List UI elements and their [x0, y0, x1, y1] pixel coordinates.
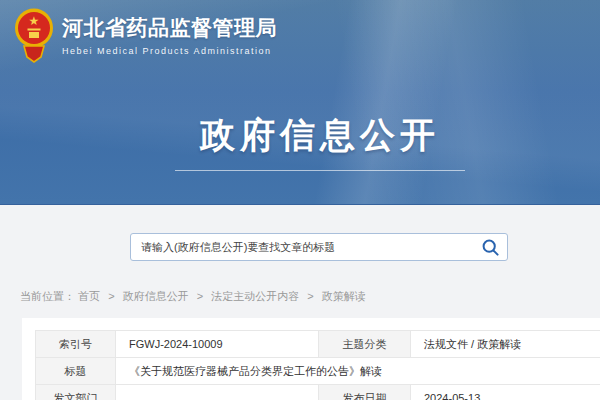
- field-label-index-number: 索引号: [36, 331, 116, 358]
- logo-text: 河北省药品监督管理局 Hebei Medical Products Admini…: [62, 14, 277, 56]
- table-row: 索引号 FGWJ-2024-10009 主题分类 法规文件 / 政策解读: [36, 331, 600, 358]
- field-value-topic-category: 法规文件 / 政策解读: [411, 331, 600, 358]
- table-row: 发文部门 发布日期 2024-05-13: [36, 385, 600, 400]
- breadcrumb-separator: >: [197, 290, 203, 302]
- svg-text:★: ★: [29, 14, 40, 28]
- field-value-publish-date: 2024-05-13: [411, 385, 600, 400]
- breadcrumb-link-policy-interpretation[interactable]: 政策解读: [322, 290, 366, 302]
- search-icon: [482, 239, 499, 256]
- org-name-chinese: 河北省药品监督管理局: [62, 14, 277, 42]
- breadcrumb-link-gov-info[interactable]: 政府信息公开: [123, 290, 189, 302]
- search-input[interactable]: [131, 234, 473, 260]
- breadcrumb-link-proactive-disclosure[interactable]: 法定主动公开内容: [211, 290, 299, 302]
- page-body: 当前位置： 首页 > 政府信息公开 > 法定主动公开内容 > 政策解读 索引号 …: [0, 205, 600, 400]
- breadcrumb: 当前位置： 首页 > 政府信息公开 > 法定主动公开内容 > 政策解读: [20, 289, 366, 304]
- page-title: 政府信息公开: [200, 112, 440, 159]
- field-value-issuing-department: [116, 385, 319, 400]
- field-value-title: 《关于规范医疗器械产品分类界定工作的公告》解读: [116, 358, 600, 385]
- org-name-english: Hebei Medical Products Administration: [62, 46, 277, 56]
- field-label-publish-date: 发布日期: [319, 385, 411, 400]
- site-logo[interactable]: ★ 河北省药品监督管理局 Hebei Medical Products Admi…: [14, 7, 277, 66]
- breadcrumb-link-home[interactable]: 首页: [78, 290, 100, 302]
- title-underline: [175, 170, 465, 171]
- breadcrumb-separator: >: [307, 290, 313, 302]
- site-header: ★ 河北省药品监督管理局 Hebei Medical Products Admi…: [0, 0, 600, 205]
- table-row: 标题 《关于规范医疗器械产品分类界定工作的公告》解读: [36, 358, 600, 385]
- breadcrumb-separator: >: [108, 290, 114, 302]
- field-label-issuing-department: 发文部门: [36, 385, 116, 400]
- national-emblem-icon: ★: [14, 7, 54, 66]
- search-button[interactable]: [473, 234, 507, 260]
- search-box: [130, 233, 508, 261]
- field-label-title: 标题: [36, 358, 116, 385]
- document-info-table: 索引号 FGWJ-2024-10009 主题分类 法规文件 / 政策解读 标题 …: [35, 330, 600, 400]
- field-value-index-number: FGWJ-2024-10009: [116, 331, 319, 358]
- content-card: 索引号 FGWJ-2024-10009 主题分类 法规文件 / 政策解读 标题 …: [22, 318, 600, 400]
- page: ★ 河北省药品监督管理局 Hebei Medical Products Admi…: [0, 0, 600, 400]
- field-label-topic-category: 主题分类: [319, 331, 411, 358]
- breadcrumb-prefix: 当前位置：: [20, 290, 75, 302]
